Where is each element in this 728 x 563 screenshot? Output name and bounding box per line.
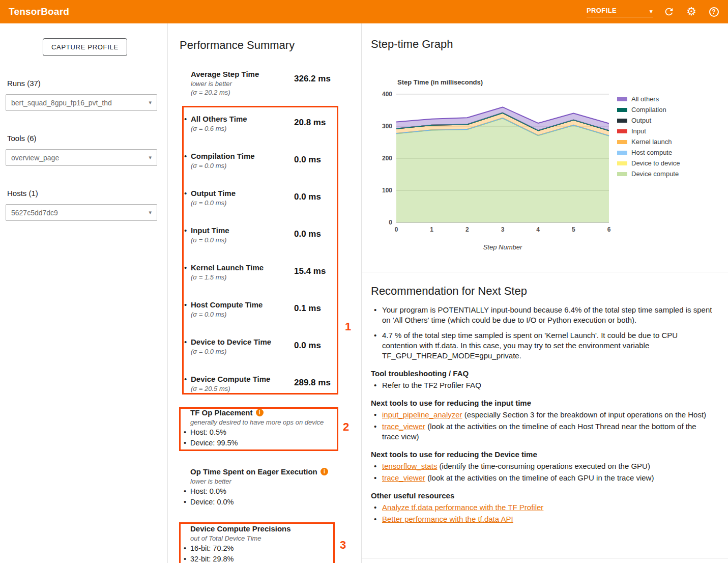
runs-label: Runs (37) bbox=[7, 79, 41, 88]
legend-label: Device compute bbox=[631, 170, 679, 178]
metric-value: 0.0 ms bbox=[294, 192, 321, 202]
app-title: TensorBoard bbox=[9, 6, 69, 17]
recommendation-link[interactable]: trace_viewer bbox=[382, 422, 425, 431]
dashboard-selector[interactable]: PROFILE ▾ bbox=[587, 7, 653, 17]
runs-select-value: bert_squad_8gpu_fp16_pvt_thd bbox=[11, 99, 112, 107]
section-title: TF Op Placement bbox=[190, 408, 253, 417]
settings-button[interactable]: ⚙ bbox=[685, 6, 697, 18]
bullet-icon: • bbox=[374, 502, 376, 513]
info-icon[interactable]: i bbox=[321, 468, 328, 475]
legend-label: Device to device bbox=[631, 159, 680, 167]
recommendation-item: •Better performance with the tf.data API bbox=[371, 514, 713, 524]
runs-select[interactable]: bert_squad_8gpu_fp16_pvt_thd ▾ bbox=[6, 94, 157, 111]
metric-value: 0.0 ms bbox=[294, 341, 321, 351]
metric-sigma: (σ = 0.0 ms) bbox=[191, 311, 226, 318]
section-subtitle: generally desired to have more ops on de… bbox=[190, 418, 339, 426]
recommendation-section-heading: Next tools to use for reducing the input… bbox=[371, 399, 713, 407]
capture-profile-button[interactable]: CAPTURE PROFILE bbox=[43, 38, 127, 56]
recommendation-link[interactable]: input_pipeline_analyzer bbox=[382, 410, 462, 419]
metric-row: •All Others Time(σ = 0.6 ms)20.8 ms bbox=[180, 115, 338, 152]
right-panel: Step-time Graph Step Time (in millisecon… bbox=[361, 23, 728, 563]
reload-button[interactable] bbox=[663, 6, 675, 18]
recommendation-link[interactable]: Better performance with the tf.data API bbox=[382, 515, 513, 523]
chevron-down-icon: ▾ bbox=[650, 9, 653, 14]
chart-title: Step Time (in milliseconds) bbox=[397, 78, 483, 86]
section-item: •Host: 0.0% bbox=[190, 487, 339, 496]
legend-swatch bbox=[617, 140, 627, 144]
bullet-icon: • bbox=[374, 473, 376, 483]
bullet-icon: • bbox=[374, 380, 376, 390]
chevron-down-icon: ▾ bbox=[149, 154, 152, 161]
metric-sigma: (σ = 1.5 ms) bbox=[191, 273, 226, 281]
legend-item: Output bbox=[617, 115, 680, 126]
legend-item: Device to device bbox=[617, 158, 680, 168]
section-subtitle: out of Total Device Time bbox=[190, 534, 339, 542]
metric-row: •Input Time(σ = 0.0 ms)0.0 ms bbox=[180, 226, 338, 263]
metric-label: Device Compute Time bbox=[191, 375, 270, 383]
annotation-number-1: 1 bbox=[345, 320, 351, 333]
chart-x-axis-label: Step Number bbox=[371, 243, 634, 251]
recommendation-link[interactable]: trace_viewer bbox=[382, 473, 425, 482]
tools-select[interactable]: overview_page ▾ bbox=[6, 149, 157, 166]
recommendation-item: •tensorflow_stats (identify the time-con… bbox=[371, 461, 713, 471]
section-item-text: 32-bit: 29.8% bbox=[190, 555, 234, 563]
legend-swatch bbox=[617, 97, 627, 101]
recommendation-link[interactable]: Analyze tf.data performance with the TF … bbox=[382, 503, 543, 512]
recommendation-link[interactable]: tensorflow_stats bbox=[382, 462, 437, 470]
bullet-icon: • bbox=[184, 263, 187, 272]
recommendation-text: (look at the activities on the timeline … bbox=[382, 422, 696, 441]
bullet-icon: • bbox=[184, 226, 187, 235]
legend-swatch bbox=[617, 151, 627, 155]
metric-row: •Kernel Launch Time(σ = 1.5 ms)15.4 ms bbox=[180, 263, 338, 300]
bullet-icon: • bbox=[184, 337, 187, 346]
section-item-text: Device: 0.0% bbox=[190, 498, 234, 506]
tf-op-placement-section: TF Op Placement i generally desired to h… bbox=[190, 408, 339, 447]
section-item-text: Host: 0.0% bbox=[190, 487, 226, 495]
recommendation-text: 4.7 % of the total step time sampled is … bbox=[382, 331, 678, 360]
hosts-select[interactable]: 5627c5dd7dc9 ▾ bbox=[6, 204, 157, 221]
sidebar: CAPTURE PROFILE Runs (37) bert_squad_8gp… bbox=[0, 23, 168, 563]
metric-row: •Host Compute Time(σ = 0.0 ms)0.1 ms bbox=[180, 300, 338, 337]
bullet-icon: • bbox=[184, 115, 187, 123]
recommendation-text: (especially Section 3 for the breakdown … bbox=[462, 410, 706, 419]
recommendation-item: •Your program is POTENTIALLY input-bound… bbox=[371, 305, 713, 325]
metric-sigma: (σ = 0.0 ms) bbox=[191, 348, 226, 355]
metric-label: Device to Device Time bbox=[191, 337, 271, 346]
section-item: •16-bit: 70.2% bbox=[190, 544, 339, 553]
metric-value: 326.2 ms bbox=[294, 74, 331, 84]
topbar-actions: PROFILE ▾ ⚙ ? bbox=[587, 6, 720, 18]
section-item: •Device: 0.0% bbox=[190, 498, 339, 506]
bullet-icon: • bbox=[374, 330, 376, 341]
legend-swatch bbox=[617, 172, 627, 176]
bullet-icon: • bbox=[184, 152, 187, 160]
metric-row: •Output Time(σ = 0.0 ms)0.0 ms bbox=[180, 189, 338, 226]
metric-row: •Compilation Time(σ = 0.0 ms)0.0 ms bbox=[180, 152, 338, 189]
legend-item: Input bbox=[617, 126, 680, 136]
help-icon: ? bbox=[709, 7, 719, 17]
recommendation-item: •4.7 % of the total step time sampled is… bbox=[371, 330, 713, 361]
help-button[interactable]: ? bbox=[708, 6, 720, 18]
bullet-icon: • bbox=[374, 421, 376, 432]
svg-text:2: 2 bbox=[465, 226, 469, 233]
svg-text:0: 0 bbox=[395, 226, 398, 233]
device-compute-precisions-section: Device Compute Precisions out of Total D… bbox=[190, 524, 339, 563]
section-subtitle: lower is better bbox=[190, 477, 339, 485]
average-step-time-row: Average Step Time lower is better (σ = 2… bbox=[180, 70, 338, 107]
metric-label: Average Step Time bbox=[191, 70, 259, 78]
info-icon[interactable]: i bbox=[256, 409, 264, 416]
recommendation-section: Recommendation for Next Step •Your progr… bbox=[362, 272, 728, 524]
bullet-icon: • bbox=[184, 439, 186, 447]
section-items: •Host: 0.0%•Device: 0.0% bbox=[190, 487, 339, 506]
metric-label: Compilation Time bbox=[191, 152, 255, 160]
bullet-icon: • bbox=[374, 410, 376, 420]
chart-legend: All othersCompilationOutputInputKernel l… bbox=[617, 94, 680, 179]
legend-item: Compilation bbox=[617, 104, 680, 115]
legend-item: Kernel launch bbox=[617, 136, 680, 147]
recommendation-text: Refer to the TF2 Profiler FAQ bbox=[382, 381, 481, 389]
annotation-number-3: 3 bbox=[340, 539, 346, 552]
metric-sigma: (σ = 0.0 ms) bbox=[191, 162, 226, 170]
legend-swatch bbox=[617, 129, 627, 133]
section-item-text: Device: 99.5% bbox=[190, 439, 238, 447]
legend-label: Kernel launch bbox=[631, 138, 672, 146]
recommendation-item: •trace_viewer (look at the activities on… bbox=[371, 421, 713, 442]
